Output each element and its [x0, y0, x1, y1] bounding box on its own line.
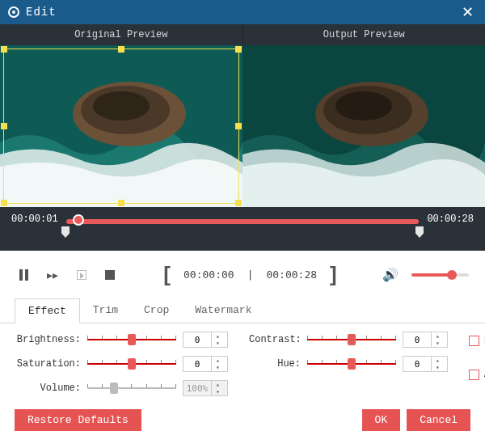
time-sep: | — [247, 268, 254, 281]
saturation-down[interactable]: ▾ — [212, 364, 224, 371]
tabs: Effect Trim Crop Watermark — [0, 298, 485, 323]
timeline: 00:00:01 00:00:28 — [0, 207, 485, 251]
hue-up[interactable]: ▴ — [432, 357, 444, 364]
svg-point-3 — [93, 91, 150, 120]
hue-label: Hue: — [249, 358, 301, 370]
volume-spinner: ▴▾ — [183, 380, 228, 396]
effect-panel: Brightness: ▴▾ Saturation: ▴▾ Volume: ▴▾… — [0, 323, 485, 401]
stop-icon — [105, 270, 115, 280]
hue-spinner[interactable]: ▴▾ — [403, 356, 448, 372]
pause-icon — [19, 269, 28, 281]
contrast-up[interactable]: ▴ — [432, 332, 444, 340]
volume-label: Volume: — [15, 382, 81, 394]
saturation-slider[interactable] — [87, 358, 176, 370]
brightness-down[interactable]: ▾ — [212, 340, 224, 347]
volume-value — [183, 383, 211, 394]
contrast-down[interactable]: ▾ — [432, 340, 444, 347]
window-title: Edit — [26, 6, 57, 19]
output-preview — [242, 45, 485, 207]
tab-watermark[interactable]: Watermark — [182, 298, 264, 323]
volume-thumb[interactable] — [447, 270, 457, 280]
hue-slider[interactable] — [307, 358, 396, 370]
deinterlacing-checkbox[interactable]: Deinterlacing — [469, 335, 485, 346]
saturation-spinner[interactable]: ▴▾ — [183, 356, 228, 372]
time-current: 00:00:01 — [11, 213, 58, 225]
fast-forward-button[interactable]: ▸▸ — [44, 266, 60, 284]
brightness-value[interactable] — [183, 335, 211, 345]
trim-marker-start[interactable] — [61, 226, 70, 238]
contrast-spinner[interactable]: ▴▾ — [403, 332, 448, 348]
ok-button[interactable]: OK — [362, 409, 401, 431]
app-icon — [8, 6, 19, 18]
contrast-slider[interactable] — [307, 334, 396, 345]
saturation-up[interactable]: ▴ — [212, 357, 224, 364]
volume-effect-slider[interactable] — [87, 382, 176, 394]
time-end: 00:00:28 — [427, 213, 474, 225]
checkbox-box — [469, 336, 479, 346]
footer: Restore Defaults OK Cancel — [0, 401, 485, 444]
preview-headers: Original Preview Output Preview — [0, 24, 485, 45]
titlebar: Edit ✕ — [0, 0, 485, 24]
time-out: 00:00:28 — [266, 268, 317, 281]
brightness-up[interactable]: ▴ — [212, 332, 224, 340]
saturation-value[interactable] — [183, 359, 211, 370]
playhead[interactable] — [73, 214, 84, 226]
volume-slider[interactable] — [411, 273, 469, 277]
brightness-spinner[interactable]: ▴▾ — [183, 332, 228, 348]
trim-marker-end[interactable] — [415, 226, 424, 238]
volume-icon[interactable]: 🔊 — [382, 267, 399, 282]
cancel-button[interactable]: Cancel — [407, 409, 470, 431]
preview-area — [0, 45, 485, 207]
contrast-label: Contrast: — [249, 334, 301, 345]
hue-value[interactable] — [403, 359, 431, 370]
original-preview-label: Original Preview — [0, 24, 243, 45]
tab-trim[interactable]: Trim — [80, 298, 131, 323]
saturation-label: Saturation: — [15, 358, 81, 370]
output-preview-label: Output Preview — [243, 24, 486, 45]
brightness-label: Brightness: — [15, 334, 81, 345]
timeline-track[interactable] — [66, 219, 420, 224]
fast-forward-icon: ▸▸ — [47, 268, 58, 281]
time-in: 00:00:00 — [183, 268, 234, 281]
pause-button[interactable] — [16, 266, 32, 284]
mark-in-button[interactable]: [ — [163, 262, 171, 287]
restore-defaults-button[interactable]: Restore Defaults — [15, 409, 141, 431]
brightness-slider[interactable] — [87, 334, 176, 345]
step-icon — [77, 270, 86, 280]
stop-button[interactable] — [102, 266, 117, 284]
svg-point-7 — [335, 91, 392, 120]
checkbox-box — [469, 370, 479, 380]
tab-crop[interactable]: Crop — [131, 298, 182, 323]
apply-to-all-checkbox[interactable]: Apply to all — [469, 369, 485, 380]
playback-controls: ▸▸ [ 00:00:00 | 00:00:28 ] 🔊 — [0, 251, 485, 298]
mark-out-button[interactable]: ] — [330, 262, 337, 287]
contrast-value[interactable] — [403, 335, 431, 345]
hue-down[interactable]: ▾ — [432, 364, 444, 371]
step-button[interactable] — [74, 266, 89, 284]
close-icon[interactable]: ✕ — [458, 3, 477, 21]
tab-effect[interactable]: Effect — [15, 298, 80, 323]
original-preview[interactable] — [0, 45, 242, 207]
